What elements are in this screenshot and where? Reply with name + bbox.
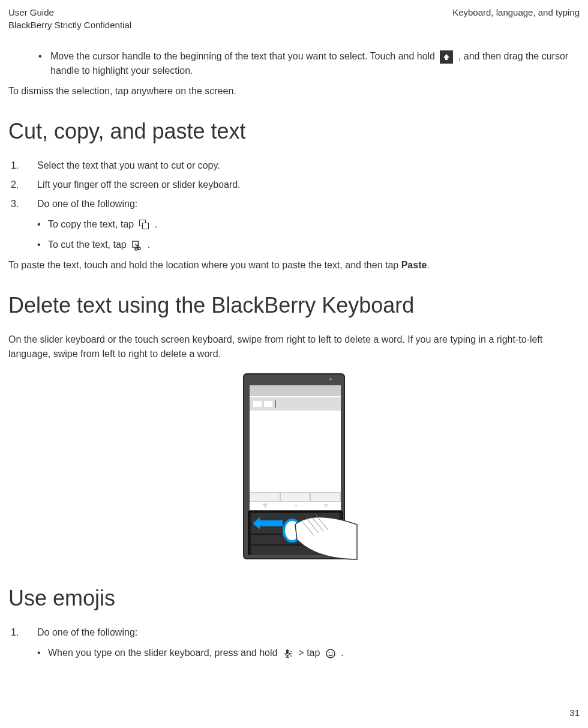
step-1: Select the text that you want to cut or … <box>8 158 580 173</box>
emoji-steps: Do one of the following: When you type o… <box>8 625 580 660</box>
page-header: User Guide BlackBerry Strictly Confident… <box>8 6 580 31</box>
nav-recent-icon: □ <box>324 502 327 510</box>
cut-copy-steps: Select the text that you want to cut or … <box>8 158 580 252</box>
sub-cut-after: . <box>148 239 150 250</box>
phone-nav-bar: ▽ ○ □ <box>250 502 341 510</box>
phone-body: ▽ ○ □ <box>243 373 345 559</box>
swipe-hand-icon <box>280 513 358 558</box>
heading-delete-text: Delete text using the BlackBerry Keyboar… <box>8 289 580 322</box>
phone-prediction-bar <box>250 492 341 502</box>
emoji-sub-after: . <box>341 648 343 658</box>
paste-after: . <box>427 260 429 270</box>
step-3-text: Do one of the following: <box>37 199 137 209</box>
emoji-step-1: Do one of the following: When you type o… <box>8 625 580 660</box>
phone-statusbar <box>250 385 341 396</box>
svg-point-14 <box>290 653 292 654</box>
sub-cut-before: To cut the text, tap <box>48 239 129 250</box>
header-title: User Guide <box>8 6 131 19</box>
emoji-sub-before: When you type on the slider keyboard, pr… <box>48 648 280 658</box>
smiley-icon <box>325 648 336 659</box>
paste-before: To paste the text, touch and hold the lo… <box>8 260 401 270</box>
nav-home-icon: ○ <box>294 502 297 510</box>
emoji-step-1-text: Do one of the following: <box>37 627 137 637</box>
intro-text-before: Move the cursor handle to the beginning … <box>50 51 437 61</box>
page-number: 31 <box>569 706 580 720</box>
svg-point-16 <box>326 649 335 658</box>
phone-text-input <box>250 397 341 411</box>
emoji-sub-mid: > tap <box>298 648 322 658</box>
svg-point-13 <box>290 651 292 652</box>
sub-cut: To cut the text, tap . <box>37 238 580 252</box>
shift-arrow-icon <box>440 50 453 64</box>
microphone-icon <box>283 648 293 659</box>
svg-point-15 <box>290 655 292 657</box>
delete-text-body: On the slider keyboard or the touch scre… <box>8 332 580 361</box>
svg-point-17 <box>328 652 329 653</box>
phone-swipe-illustration: ▽ ○ □ <box>240 373 348 565</box>
heading-cut-copy-paste: Cut, copy, and paste text <box>8 115 580 148</box>
phone-screen: ▽ ○ □ <box>250 385 341 510</box>
swipe-left-arrow-icon <box>253 517 283 529</box>
paste-paragraph: To paste the text, touch and hold the lo… <box>8 258 580 272</box>
copy-icon <box>139 220 150 230</box>
sub-copy-before: To copy the text, tap <box>48 219 137 229</box>
svg-rect-10 <box>286 649 289 654</box>
dismiss-selection-text: To dismiss the selection, tap anywhere o… <box>8 84 580 98</box>
step-3: Do one of the following: To copy the tex… <box>8 197 580 252</box>
header-confidential: BlackBerry Strictly Confidential <box>8 19 131 31</box>
sub-copy: To copy the text, tap . <box>37 217 580 232</box>
svg-point-18 <box>331 652 332 653</box>
phone-camera-icon <box>329 378 332 381</box>
emoji-sub-slider: When you type on the slider keyboard, pr… <box>37 646 580 660</box>
cut-icon <box>131 240 142 251</box>
sub-copy-after: . <box>155 219 157 229</box>
emoji-sublist: When you type on the slider keyboard, pr… <box>37 646 580 660</box>
header-section-title: Keyboard, language, and typing <box>452 6 580 31</box>
nav-back-icon: ▽ <box>263 502 267 510</box>
paste-bold: Paste <box>401 260 427 270</box>
heading-use-emojis: Use emojis <box>8 582 580 615</box>
step-2: Lift your finger off the screen or slide… <box>8 178 580 192</box>
intro-bullet-list: Move the cursor handle to the beginning … <box>8 49 580 78</box>
intro-bullet-item: Move the cursor handle to the beginning … <box>38 49 580 78</box>
header-left: User Guide BlackBerry Strictly Confident… <box>8 6 131 31</box>
step-3-sublist: To copy the text, tap . To cut the text,… <box>37 217 580 252</box>
